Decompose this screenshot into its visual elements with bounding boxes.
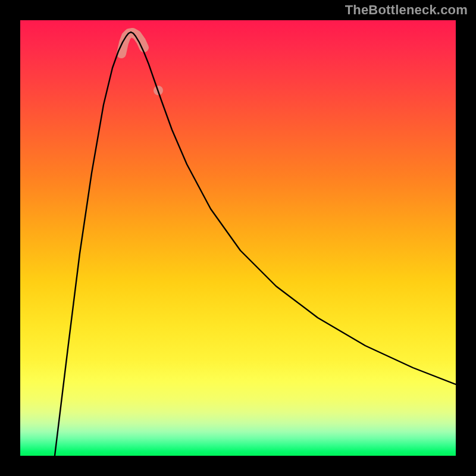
plot-area [20, 20, 456, 456]
bottleneck-curve [55, 32, 456, 456]
highlight-marker [121, 33, 144, 54]
curve-layer [20, 20, 456, 456]
chart-frame: TheBottleneck.com [0, 0, 476, 476]
watermark-label: TheBottleneck.com [345, 2, 468, 18]
